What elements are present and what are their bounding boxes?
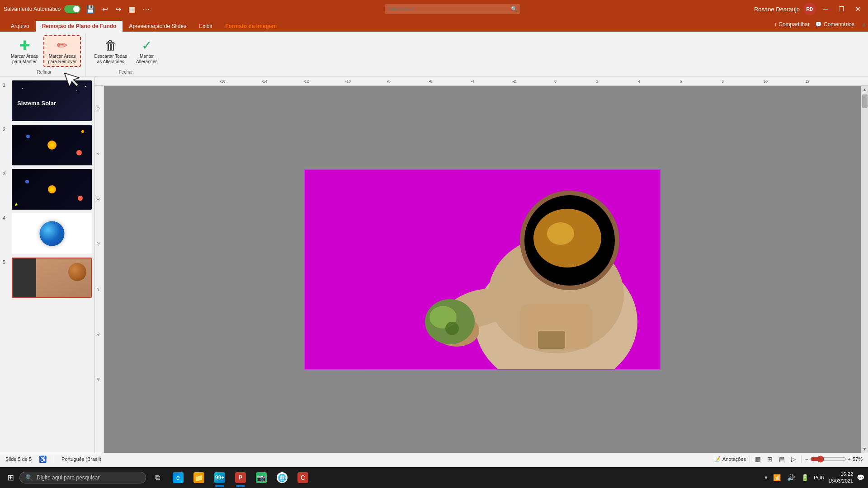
descartar-button[interactable]: 🗑 Descartar Todasas Alterações	[90, 35, 131, 67]
slide-canvas[interactable]	[304, 169, 661, 370]
restore-button[interactable]: ❐	[835, 5, 848, 14]
taskbar-search[interactable]: 🔍 Digite aqui para pesquisar	[19, 472, 146, 483]
slide-num-2: 2	[3, 127, 9, 132]
tab-exibir[interactable]: Exibir	[193, 21, 219, 32]
more-icon[interactable]: ⋯	[141, 4, 151, 14]
svg-text:-2: -2	[96, 242, 100, 246]
scrollbar-right[interactable]: ▲ ▼	[861, 86, 868, 453]
ruler-horizontal: -16 -14 -12 -10 -8 -6 -4 -2 0 2 4 6 8 10…	[95, 77, 868, 86]
tab-remocao[interactable]: Remoção de Plano de Fundo	[36, 21, 123, 32]
slide-preview-5[interactable]	[12, 258, 92, 298]
ruler-vertical: 8 4 0 -2 -4 -6 -8	[95, 86, 104, 453]
start-button[interactable]: ⊞	[4, 470, 18, 485]
tab-formato[interactable]: Formato da Imagem	[219, 21, 283, 32]
undo-icon[interactable]: ↩	[100, 4, 110, 14]
scroll-down-arrow[interactable]: ▼	[861, 445, 868, 453]
bg-left-area	[305, 170, 463, 283]
presentation-icon[interactable]: ▦	[127, 4, 137, 14]
svg-text:-4: -4	[471, 79, 474, 83]
ribbon-group-fechar: 🗑 Descartar Todasas Alterações ✓ ManterA…	[86, 33, 165, 76]
taskbar-app-store[interactable]: 99+	[210, 468, 229, 487]
minimize-button[interactable]: ─	[820, 5, 831, 14]
slide-preview-4[interactable]	[12, 213, 92, 254]
slide-info: Slide 5 de 5	[5, 456, 32, 462]
manter-label: ManterAlterações	[136, 54, 157, 65]
taskbar-app-files[interactable]: 📁	[189, 468, 208, 487]
redo-icon[interactable]: ↪	[113, 4, 123, 14]
language-indicator[interactable]: POR	[814, 475, 825, 480]
username-label: Rosane Dearaujo	[754, 6, 800, 13]
slide-display-area	[104, 86, 861, 453]
chevron-icon[interactable]: ∧	[764, 474, 768, 481]
svg-text:-12: -12	[303, 79, 309, 83]
slide-thumb-3[interactable]: 3 ★	[3, 169, 92, 210]
svg-point-36	[445, 322, 459, 335]
titlebar-left: Salvamento Automático 💾 ↩ ↪ ▦ ⋯	[4, 4, 151, 14]
search-input[interactable]	[385, 4, 520, 14]
svg-rect-17	[95, 86, 104, 447]
scrollbar-thumb[interactable]	[862, 94, 868, 108]
svg-text:4: 4	[96, 152, 100, 155]
accessibility-icon[interactable]: ♿	[39, 455, 47, 463]
zoom-in-icon[interactable]: +	[848, 456, 851, 462]
descartar-icon: 🗑	[104, 38, 117, 53]
slide-preview-3[interactable]: ★	[12, 169, 92, 210]
taskbar-app-powerpoint[interactable]: P	[231, 468, 250, 487]
battery-icon[interactable]: 🔋	[800, 473, 810, 483]
share-label: Compartilhar	[778, 21, 810, 28]
zoom-percentage: 57%	[853, 456, 863, 462]
slideshow-button[interactable]: ▷	[790, 455, 797, 464]
ribbon-collapse-btn[interactable]: ∧	[860, 19, 868, 30]
slide-thumb-2[interactable]: 2	[3, 125, 92, 165]
user-avatar[interactable]: RD	[803, 3, 816, 15]
marcar-remover-button[interactable]: ✏ Marcar Áreaspara Remover	[43, 35, 81, 67]
manter-button[interactable]: ✓ ManterAlterações	[132, 35, 161, 67]
marcar-manter-button[interactable]: ✚ Marcar Áreaspara Manter	[7, 35, 42, 67]
network-icon[interactable]: 📶	[772, 473, 782, 483]
normal-view-button[interactable]: ▦	[754, 455, 762, 464]
slide-num-1: 1	[3, 82, 9, 88]
save-icon[interactable]: 💾	[84, 4, 97, 14]
taskbar-app-greenshot[interactable]: 📷	[252, 468, 271, 487]
slide-thumb-4[interactable]: 4	[3, 213, 92, 254]
taskbar-app-taskview[interactable]: ⧉	[148, 468, 167, 487]
share-button[interactable]: ↑ Compartilhar	[774, 21, 810, 28]
slide-num-4: 4	[3, 215, 9, 221]
zoom-slider[interactable]	[810, 455, 846, 463]
scroll-up-arrow[interactable]: ▲	[861, 86, 868, 94]
close-button[interactable]: ✕	[852, 5, 864, 14]
taskbar-app-chrome[interactable]: 🌐	[273, 468, 292, 487]
taskbar-clock[interactable]: 16:22 16/03/2021	[828, 471, 853, 485]
slide-thumb-5[interactable]: 5	[3, 258, 92, 298]
volume-icon[interactable]: 🔊	[786, 473, 796, 483]
taskbar-app-other[interactable]: C	[293, 468, 312, 487]
marcar-manter-icon: ✚	[19, 38, 30, 53]
slide-preview-1[interactable]: Sistema Solar	[12, 80, 92, 121]
ribbon-tabs: Arquivo Remoção de Plano de Fundo Aprese…	[0, 18, 868, 32]
tab-apresentacao[interactable]: Apresentação de Slides	[123, 21, 193, 32]
autosave-toggle[interactable]	[64, 5, 80, 13]
status-sep-1	[54, 455, 54, 463]
comments-button[interactable]: 💬 Comentários	[815, 21, 854, 28]
svg-text:-16: -16	[220, 79, 225, 83]
svg-text:-4: -4	[96, 287, 100, 291]
taskbar-app-edge[interactable]: e	[169, 468, 188, 487]
titlebar: Salvamento Automático 💾 ↩ ↪ ▦ ⋯ Rosane D…	[0, 0, 868, 18]
slide-preview-2[interactable]	[12, 125, 92, 165]
manter-icon: ✓	[142, 38, 152, 53]
svg-text:-8: -8	[96, 378, 100, 381]
svg-text:2: 2	[596, 79, 599, 83]
svg-text:-6: -6	[429, 79, 433, 83]
slide-sorter-button[interactable]: ⊞	[766, 455, 774, 464]
marcar-remover-icon: ✏	[57, 38, 67, 53]
reading-view-button[interactable]: ▤	[778, 455, 786, 464]
ruler-v-svg: 8 4 0 -2 -4 -6 -8	[95, 86, 104, 447]
slide-panel: 1 Sistema Solar 2 3	[0, 77, 95, 453]
slide-thumb-1[interactable]: 1 Sistema Solar	[3, 80, 92, 121]
notas-button[interactable]: 📝 Anotações	[714, 456, 746, 462]
clock-time: 16:22	[828, 471, 853, 478]
notification-icon[interactable]: 💬	[857, 474, 864, 481]
search-wrap	[385, 4, 520, 14]
tab-arquivo[interactable]: Arquivo	[5, 21, 36, 32]
zoom-out-icon[interactable]: −	[805, 456, 808, 462]
